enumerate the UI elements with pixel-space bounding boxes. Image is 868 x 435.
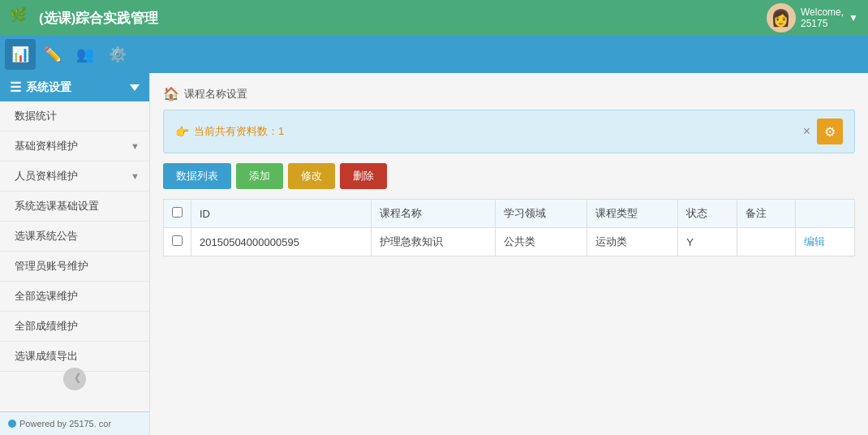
username-label: 25175 — [801, 18, 844, 29]
edit-link[interactable]: 编辑 — [804, 235, 825, 248]
data-list-button[interactable]: 数据列表 — [163, 163, 231, 189]
row-status: Y — [678, 228, 737, 256]
sidebar-title: 系统设置 — [26, 80, 71, 95]
row-course-type: 运动类 — [587, 228, 678, 256]
sidebar-header-left: ☰ 系统设置 — [10, 80, 71, 95]
footer-text: Powered by 25175. cor — [19, 419, 111, 429]
row-action-cell: 编辑 — [796, 228, 855, 256]
notice-close-button[interactable]: × — [803, 124, 810, 139]
welcome-label: Welcome, — [801, 6, 844, 18]
sidebar-item-all-grades[interactable]: 全部成绩维护 — [0, 312, 149, 342]
notice-right-actions: × ⚙ — [803, 118, 843, 144]
edit-button[interactable]: 修改 — [288, 163, 335, 189]
home-icon[interactable]: 🏠 — [163, 86, 179, 101]
data-table: ID 课程名称 学习领域 课程类型 状态 备注 2015050400000059… — [163, 199, 855, 256]
sidebar-header: ☰ 系统设置 — [0, 73, 149, 101]
chart-toolbar-btn[interactable]: 📊 — [5, 39, 36, 70]
th-note: 备注 — [737, 200, 796, 228]
notice-gear-button[interactable]: ⚙ — [817, 118, 843, 144]
header-right: 👩 Welcome, 25175 ▼ — [767, 3, 858, 32]
th-study-area: 学习领域 — [495, 200, 587, 228]
th-course-type: 课程类型 — [587, 200, 678, 228]
sidebar-item-data-stats[interactable]: 数据统计 — [0, 101, 149, 131]
row-note — [737, 228, 796, 256]
row-id: 20150504000000595 — [191, 228, 372, 256]
table-row: 20150504000000595 护理急救知识 公共类 运动类 Y 编辑 — [164, 228, 855, 256]
sidebar-item-announcements[interactable]: 选课系统公告 — [0, 222, 149, 252]
th-action — [796, 200, 855, 228]
row-course-name: 护理急救知识 — [372, 228, 496, 256]
action-toolbar: 数据列表 添加 修改 删除 — [163, 163, 855, 189]
notice-hand-icon: 👉 — [175, 125, 189, 138]
table-header-row: ID 课程名称 学习领域 课程类型 状态 备注 — [164, 200, 855, 228]
add-button[interactable]: 添加 — [236, 163, 283, 189]
notice-bar: 👉 当前共有资料数：1 × ⚙ — [163, 110, 855, 153]
th-course-name: 课程名称 — [372, 200, 496, 228]
welcome-info: Welcome, 25175 — [801, 6, 844, 29]
footer-dot-icon — [8, 420, 16, 428]
row-checkbox-0[interactable] — [172, 235, 183, 246]
content-area: 🏠 课程名称设置 👉 当前共有资料数：1 × ⚙ 数据列表 添加 修改 删除 — [150, 73, 868, 435]
app-title: (选课)踪合实践管理 — [39, 9, 158, 28]
sidebar: ☰ 系统设置 数据统计 基础资料维护 ▼ 人员资料维护 ▼ 系统选课基础设置 选… — [0, 73, 150, 435]
breadcrumb-page-title: 课程名称设置 — [184, 87, 247, 101]
user-dropdown-icon[interactable]: ▼ — [849, 12, 858, 24]
icon-toolbar: 📊 ✏️ 👥 ⚙️ — [0, 36, 868, 73]
breadcrumb: 🏠 课程名称设置 — [163, 81, 855, 110]
sidebar-item-course-basic[interactable]: 系统选课基础设置 — [0, 192, 149, 222]
sidebar-item-personnel-data[interactable]: 人员资料维护 ▼ — [0, 162, 149, 192]
sidebar-item-basic-data[interactable]: 基础资料维护 ▼ — [0, 131, 149, 162]
row-checkbox-cell — [164, 228, 191, 256]
sidebar-collapse-button[interactable]: 《 — [63, 368, 86, 390]
header: 🌿 (选课)踪合实践管理 👩 Welcome, 25175 ▼ — [0, 0, 868, 36]
sidebar-item-admin-accounts[interactable]: 管理员账号维护 — [0, 252, 149, 282]
settings-toolbar-btn[interactable]: ⚙️ — [102, 39, 133, 70]
th-checkbox — [164, 200, 191, 228]
notice-left: 👉 当前共有资料数：1 — [175, 124, 284, 139]
select-all-checkbox[interactable] — [172, 207, 183, 218]
chevron-down-icon-2: ▼ — [131, 171, 140, 181]
row-study-area: 公共类 — [495, 228, 587, 256]
th-id: ID — [191, 200, 372, 228]
app-logo-icon: 🌿 — [10, 6, 32, 29]
sidebar-collapse-arrow[interactable] — [130, 84, 140, 91]
chevron-down-icon: ▼ — [131, 141, 140, 151]
delete-button[interactable]: 删除 — [340, 163, 387, 189]
avatar: 👩 — [767, 3, 796, 32]
th-status: 状态 — [678, 200, 737, 228]
users-toolbar-btn[interactable]: 👥 — [70, 39, 101, 70]
edit-toolbar-btn[interactable]: ✏️ — [37, 39, 68, 70]
sidebar-item-all-courses[interactable]: 全部选课维护 — [0, 282, 149, 312]
notice-text: 当前共有资料数：1 — [194, 124, 284, 139]
menu-icon: ☰ — [10, 80, 21, 95]
sidebar-footer: Powered by 25175. cor — [0, 411, 149, 435]
header-left: 🌿 (选课)踪合实践管理 — [10, 6, 158, 29]
main-layout: ☰ 系统设置 数据统计 基础资料维护 ▼ 人员资料维护 ▼ 系统选课基础设置 选… — [0, 73, 868, 435]
